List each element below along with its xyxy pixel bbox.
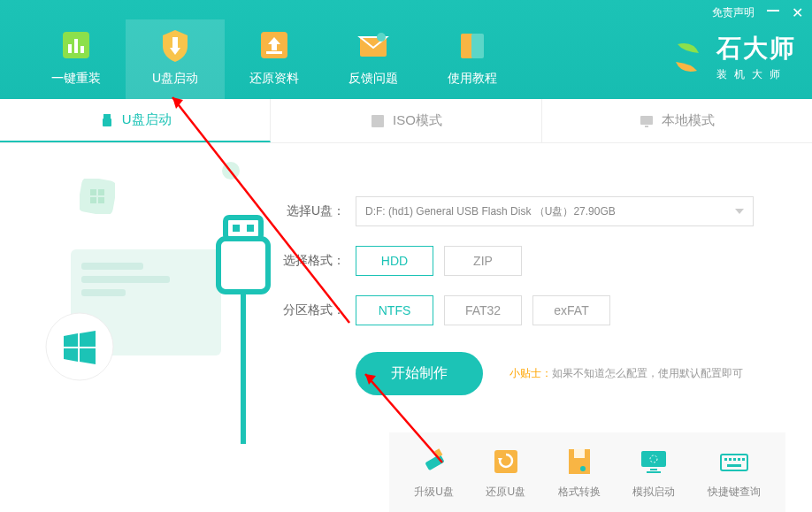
footer-label: 快捷键查询 [708,485,761,500]
illustration [27,161,274,441]
svg-point-12 [377,33,386,42]
monitor-icon [638,446,670,478]
tips-text: 如果不知道怎么配置，使用默认配置即可 [552,367,743,379]
nav-label: 使用教程 [448,71,497,87]
footer-restore-usb[interactable]: 还原U盘 [486,446,525,500]
svg-rect-17 [372,115,384,127]
svg-rect-46 [647,471,661,473]
svg-rect-47 [721,455,747,470]
svg-rect-41 [574,449,585,458]
window-controls: 免责声明 ✕ [712,4,803,21]
start-button[interactable]: 开始制作 [356,352,483,395]
nav-item-tutorial[interactable]: 使用教程 [423,19,522,99]
format-option-hdd[interactable]: HDD [356,246,433,276]
svg-rect-19 [645,126,648,127]
usb-select-value: D:F: (hd1) General USB Flash Disk （U盘）27… [365,204,616,219]
iso-icon [370,113,386,129]
select-usb-label: 选择U盘： [283,203,345,219]
svg-rect-48 [724,458,727,461]
svg-rect-1 [68,44,72,53]
footer-hotkeys[interactable]: 快捷键查询 [708,446,761,500]
disclaimer-link[interactable]: 免责声明 [712,5,755,20]
svg-rect-29 [81,289,126,296]
shield-icon [157,27,194,64]
svg-rect-14 [471,34,484,58]
tab-label: 本地模式 [662,112,715,129]
svg-rect-4 [172,37,178,50]
svg-rect-36 [425,454,444,470]
svg-rect-52 [742,458,745,461]
nav-label: U盘启动 [152,71,198,87]
keyboard-icon [718,446,750,478]
svg-point-25 [222,162,240,180]
main-content: 选择U盘： D:F: (hd1) General USB Flash Disk … [0,143,812,441]
svg-rect-28 [81,276,170,283]
footer-label: 格式转换 [558,485,601,500]
svg-rect-16 [103,118,111,126]
tab-local[interactable]: 本地模式 [542,99,812,142]
svg-rect-34 [218,239,268,292]
brand: 石大师 装机大师 [667,32,796,82]
brand-name: 石大师 [716,32,796,65]
svg-rect-9 [266,51,282,54]
nav-item-reinstall[interactable]: 一键重装 [27,19,126,99]
tabs: U盘启动 ISO模式 本地模式 [0,99,812,143]
tab-iso[interactable]: ISO模式 [271,99,541,142]
footer-simulate-boot[interactable]: 模拟启动 [632,446,675,500]
nav-label: 还原资料 [249,71,299,87]
brand-logo-icon [667,37,708,78]
envelope-icon [355,27,392,64]
nav-item-feedback[interactable]: 反馈问题 [324,19,423,99]
nav: 一键重装 U盘启动 还原资料 反馈问题 使用教程 [27,0,522,99]
svg-rect-50 [733,458,736,461]
usb-select[interactable]: D:F: (hd1) General USB Flash Disk （U盘）27… [356,196,754,226]
svg-rect-45 [650,469,657,470]
nav-item-restore[interactable]: 还原资料 [225,19,324,99]
partition-option-ntfs[interactable]: NTFS [356,295,433,325]
nav-label: 反馈问题 [349,71,398,87]
book-icon [454,27,491,64]
partition-label: 分区格式： [283,302,345,318]
select-format-label: 选择格式： [283,253,345,269]
minimize-button[interactable] [767,10,779,11]
close-button[interactable]: ✕ [792,4,803,21]
nav-label: 一键重装 [51,71,101,87]
monitor-icon [639,113,655,129]
svg-rect-21 [90,189,96,195]
svg-rect-32 [233,225,240,232]
usb-icon [99,112,115,128]
action-row: 开始制作 小贴士：如果不知道怎么配置，使用默认配置即可 [283,352,777,395]
svg-rect-33 [247,225,254,232]
svg-rect-31 [226,218,261,239]
restore-icon [490,446,522,478]
tab-usb-boot[interactable]: U盘启动 [0,99,271,142]
svg-rect-8 [272,43,277,50]
row-partition: 分区格式： NTFS FAT32 exFAT [283,295,777,325]
nav-item-usb-boot[interactable]: U盘启动 [126,19,225,99]
tab-label: ISO模式 [393,112,442,129]
form-area: 选择U盘： D:F: (hd1) General USB Flash Disk … [274,161,777,441]
partition-option-fat32[interactable]: FAT32 [444,295,522,325]
tab-label: U盘启动 [122,111,172,128]
bar-chart-icon [57,27,95,64]
footer-upgrade-usb[interactable]: 升级U盘 [414,446,454,500]
tips-label: 小贴士： [509,367,552,379]
brand-subtitle: 装机大师 [716,67,787,82]
chevron-down-icon [735,209,744,214]
row-select-usb: 选择U盘： D:F: (hd1) General USB Flash Disk … [283,196,777,226]
svg-rect-2 [74,39,78,53]
format-option-zip[interactable]: ZIP [444,246,522,276]
svg-rect-13 [461,34,473,58]
footer-label: 升级U盘 [414,485,454,500]
windows-deco-icon [80,179,115,214]
svg-rect-43 [641,451,666,467]
svg-rect-23 [90,197,96,203]
footer-format-convert[interactable]: 格式转换 [558,446,601,500]
partition-option-exfat[interactable]: exFAT [532,295,610,325]
svg-rect-22 [98,189,104,195]
svg-rect-24 [98,197,104,203]
disk-icon [563,446,595,478]
svg-rect-37 [434,448,442,457]
footer-label: 还原U盘 [486,485,525,500]
windows-circle-icon [44,311,115,382]
